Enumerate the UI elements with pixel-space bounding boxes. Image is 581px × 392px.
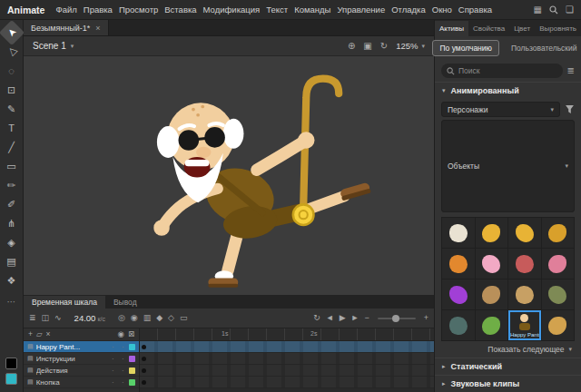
section-audio[interactable]: ▸ Звуковые клипы: [435, 375, 581, 392]
rotate-view-icon[interactable]: ↻: [380, 42, 388, 51]
asset-thumbnail[interactable]: [542, 279, 575, 309]
asset-thumbnail[interactable]: [542, 218, 575, 248]
frame-row[interactable]: [140, 377, 434, 388]
fill-color-chip[interactable]: [5, 373, 17, 385]
timeline-ruler[interactable]: 1s 2s: [140, 328, 434, 341]
lock-toggle[interactable]: ∙: [119, 378, 126, 387]
menu-commands[interactable]: Команды: [294, 5, 330, 15]
visibility-toggle[interactable]: ∙: [109, 343, 116, 351]
filter-icon[interactable]: [565, 104, 575, 114]
keyframe-dot[interactable]: [142, 357, 146, 361]
add-layer-icon[interactable]: +: [28, 330, 33, 338]
loop-icon[interactable]: ↻: [313, 314, 320, 322]
menu-modify[interactable]: Модификация: [203, 5, 261, 15]
lock-toggle[interactable]: ∙: [119, 355, 126, 363]
edit-multiple-frames-icon[interactable]: ▥: [143, 314, 152, 322]
stage-canvas[interactable]: [24, 56, 434, 295]
visibility-toggle[interactable]: ∙: [109, 355, 116, 363]
play-icon[interactable]: ▶: [340, 314, 346, 322]
add-folder-icon[interactable]: ▱: [36, 330, 43, 338]
insert-frame-icon[interactable]: ▭: [180, 314, 188, 322]
asset-thumbnail[interactable]: [508, 218, 541, 248]
frame-row[interactable]: [140, 341, 434, 353]
step-back-icon[interactable]: ◄: [326, 314, 334, 322]
text-tool[interactable]: T: [3, 119, 21, 137]
menu-window[interactable]: Окно: [432, 5, 452, 15]
camera-tool[interactable]: ▤: [3, 252, 21, 270]
graph-editor-icon[interactable]: ∿: [54, 314, 62, 322]
menu-control[interactable]: Управление: [337, 5, 385, 15]
section-static[interactable]: ▸ Статический: [435, 358, 581, 375]
tab-custom-assets[interactable]: Пользовательский: [505, 41, 581, 55]
layer-row[interactable]: ▤ Кнопка ∙ ∙: [24, 377, 139, 388]
visibility-toggle[interactable]: ∙: [109, 367, 116, 375]
asset-thumbnail[interactable]: [508, 249, 541, 279]
onion-outline-icon[interactable]: ◉: [131, 314, 138, 322]
section-animated[interactable]: ▾ Анимированный: [435, 82, 581, 99]
zoom-control[interactable]: 125% ▾: [396, 41, 425, 51]
asset-thumbnail[interactable]: [542, 310, 575, 340]
scene-breadcrumb[interactable]: Scene 1 ▾: [33, 41, 74, 51]
menu-insert[interactable]: Вставка: [164, 5, 196, 15]
menu-edit[interactable]: Правка: [84, 5, 113, 15]
frame-row[interactable]: [140, 365, 434, 377]
hand-tool[interactable]: ❖: [3, 271, 21, 289]
advanced-layers-icon[interactable]: ◫: [42, 314, 50, 322]
step-forward-icon[interactable]: ►: [351, 314, 359, 322]
keyframe-dot[interactable]: [142, 368, 146, 373]
menu-debug[interactable]: Отладка: [391, 5, 426, 15]
search-icon[interactable]: [549, 5, 558, 15]
asset-thumbnail[interactable]: [508, 279, 541, 309]
menu-text[interactable]: Текст: [266, 5, 288, 15]
tab-timeline[interactable]: Временная шкала: [24, 296, 105, 309]
frame-rate-control[interactable]: 24.00 к/с: [74, 313, 105, 323]
search-box[interactable]: [441, 64, 563, 78]
asset-thumbnail[interactable]: [476, 279, 508, 309]
menu-file[interactable]: Файл: [55, 5, 76, 15]
document-tab[interactable]: Безымянный-1* ×: [24, 20, 109, 35]
asset-thumbnail[interactable]: [442, 310, 475, 340]
layer-row[interactable]: ▤ Инструкции ∙ ∙: [24, 353, 139, 365]
stroke-color-chip[interactable]: [5, 358, 17, 369]
frames-area[interactable]: 1s 2s: [140, 328, 434, 392]
layer-color-chip[interactable]: [129, 356, 135, 362]
layer-color-chip[interactable]: [129, 368, 135, 374]
app-logo[interactable]: Animate: [7, 5, 44, 15]
objects-dropdown[interactable]: Объекты ▾: [441, 120, 575, 212]
lasso-tool[interactable]: ◌: [3, 62, 21, 80]
keyframe-dot[interactable]: [142, 345, 146, 349]
onion-skin-icon[interactable]: ◎: [118, 314, 125, 322]
lock-toggle[interactable]: ∙: [119, 343, 126, 351]
clip-content-icon[interactable]: ▣: [363, 42, 371, 51]
pencil-tool[interactable]: ✏: [3, 176, 21, 194]
asset-thumbnail-selected[interactable]: Happy Pants Guy: [508, 310, 541, 340]
subselection-tool[interactable]: ▷: [0, 39, 25, 64]
timeline-zoom-slider[interactable]: [378, 318, 416, 319]
zoom-in-icon[interactable]: +: [424, 314, 428, 322]
asset-thumbnail[interactable]: [442, 218, 475, 248]
close-tab-icon[interactable]: ×: [95, 24, 100, 33]
insert-keyframe-icon[interactable]: ◆: [156, 314, 162, 322]
rectangle-tool[interactable]: ▭: [3, 157, 21, 175]
layer-color-chip[interactable]: [129, 344, 135, 350]
asset-thumbnail[interactable]: [542, 249, 575, 279]
search-input[interactable]: [458, 66, 522, 75]
menu-help[interactable]: Справка: [458, 5, 492, 15]
keyframe-dot[interactable]: [142, 380, 146, 385]
visibility-toggle[interactable]: ∙: [109, 378, 116, 387]
asset-thumbnail[interactable]: [476, 218, 508, 248]
workspace-icon[interactable]: ▦: [534, 5, 542, 15]
layers-icon[interactable]: ≣: [29, 314, 36, 322]
asset-thumbnail[interactable]: [442, 249, 475, 279]
tab-output[interactable]: Вывод: [105, 296, 145, 309]
show-all-eye-icon[interactable]: ◉: [117, 330, 123, 338]
sort-settings-icon[interactable]: ≣: [567, 66, 575, 75]
center-stage-icon[interactable]: ⊕: [348, 42, 355, 51]
zoom-out-icon[interactable]: −: [364, 314, 369, 322]
tab-color[interactable]: Цвет: [509, 21, 535, 36]
layer-color-chip[interactable]: [129, 379, 135, 386]
asset-thumbnail[interactable]: [442, 279, 475, 309]
frame-row[interactable]: [140, 353, 434, 365]
characters-dropdown[interactable]: Персонажи ▾: [441, 102, 560, 117]
slider-thumb[interactable]: [392, 315, 399, 322]
